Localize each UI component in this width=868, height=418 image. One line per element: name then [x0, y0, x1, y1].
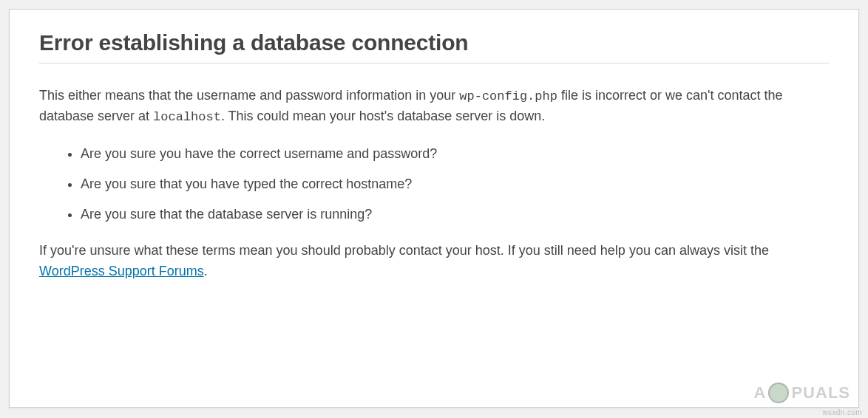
page-heading: Error establishing a database connection: [39, 30, 829, 64]
outro-text-2: .: [204, 264, 208, 278]
source-watermark: wsxdn.com: [822, 408, 862, 417]
intro-text-3: . This could mean your host's database s…: [221, 109, 545, 123]
checklist: Are you sure you have the correct userna…: [39, 144, 829, 225]
error-outro-paragraph: If you're unsure what these terms mean y…: [39, 241, 829, 282]
outro-text-1: If you're unsure what these terms mean y…: [39, 243, 769, 258]
config-file-code: wp-config.php: [459, 89, 557, 103]
intro-text-1: This either means that the username and …: [39, 88, 459, 103]
error-intro-paragraph: This either means that the username and …: [39, 86, 829, 128]
list-item: Are you sure that you have typed the cor…: [81, 174, 829, 194]
error-page-container: Error establishing a database connection…: [9, 9, 859, 408]
support-forums-link[interactable]: WordPress Support Forums: [39, 264, 204, 278]
db-host-code: localhost: [153, 110, 221, 124]
list-item: Are you sure that the database server is…: [81, 205, 829, 225]
list-item: Are you sure you have the correct userna…: [81, 144, 829, 164]
